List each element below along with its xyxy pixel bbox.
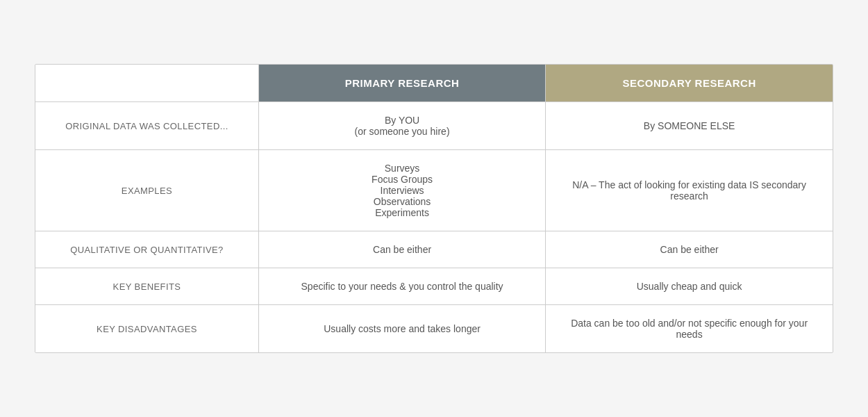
- row-secondary-2: Can be either: [546, 231, 833, 268]
- row-label-2: QUALITATIVE OR QUANTITATIVE?: [35, 231, 258, 268]
- row-primary-0: By YOU (or someone you hire): [258, 102, 545, 150]
- row-secondary-1: N/A – The act of looking for existing da…: [546, 150, 833, 231]
- row-label-3: KEY BENEFITS: [35, 268, 258, 305]
- header-primary: PRIMARY RESEARCH: [258, 65, 545, 102]
- row-primary-4: Usually costs more and takes longer: [258, 305, 545, 353]
- row-secondary-4: Data can be too old and/or not specific …: [546, 305, 833, 353]
- row-primary-3: Specific to your needs & you control the…: [258, 268, 545, 305]
- header-label-cell: [35, 65, 258, 102]
- header-secondary: SECONDARY RESEARCH: [546, 65, 833, 102]
- row-primary-1: Surveys Focus Groups Interviews Observat…: [258, 150, 545, 231]
- comparison-table: PRIMARY RESEARCH SECONDARY RESEARCH ORIG…: [35, 64, 833, 353]
- row-primary-2: Can be either: [258, 231, 545, 268]
- row-label-0: ORIGINAL DATA WAS COLLECTED...: [35, 102, 258, 150]
- row-secondary-0: By SOMEONE ELSE: [546, 102, 833, 150]
- row-label-1: EXAMPLES: [35, 150, 258, 231]
- row-label-4: KEY DISADVANTAGES: [35, 305, 258, 353]
- row-secondary-3: Usually cheap and quick: [546, 268, 833, 305]
